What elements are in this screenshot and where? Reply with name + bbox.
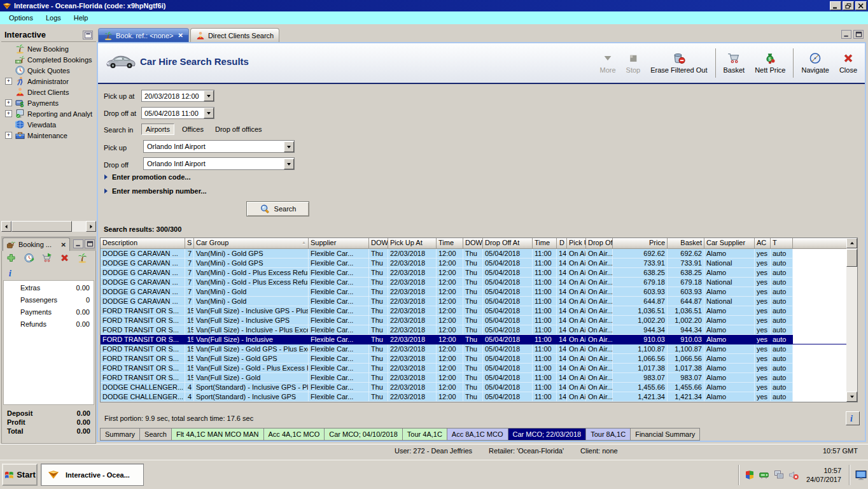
nett-price-button[interactable]: $Nett Price [750, 50, 790, 76]
column-header-time[interactable]: Time [437, 238, 463, 249]
info-button[interactable]: i [846, 411, 860, 425]
taskbar-clock[interactable]: 10:57 24/07/2017 [804, 466, 844, 484]
start-button[interactable]: Start [2, 464, 38, 486]
table-row[interactable]: FORD TRANSIT OR S...15Van(Full Size) - G… [101, 364, 848, 373]
searchin-option-airports[interactable]: Airports [141, 124, 174, 135]
column-header-pick-up-at[interactable]: Pick Up At [388, 238, 437, 249]
section-tab-tour-8a-1c[interactable]: Tour 8A,1C [586, 428, 631, 441]
sidebar-item-payments[interactable]: +$Payments [1, 97, 96, 108]
table-row[interactable]: DODGE CHALLENGER...4Sport(Standard) - In… [101, 383, 848, 392]
scrollbar-thumb[interactable] [846, 249, 857, 267]
add-plus-icon[interactable] [6, 253, 17, 263]
sidebar-item-direct-clients[interactable]: Direct Clients [1, 87, 96, 97]
pickup-at-field[interactable]: 20/03/2018 12:00 [141, 90, 214, 102]
erase-filtered-out-button[interactable]: Erase Filtered Out [645, 50, 712, 76]
booking-panel-maximize-button[interactable] [85, 239, 95, 248]
sidebar-item-completed-bookings[interactable]: Completed Bookings [1, 54, 96, 65]
show-desktop-icon[interactable] [855, 469, 867, 481]
window-minimize-button[interactable] [830, 1, 841, 10]
delete-x-icon[interactable] [59, 253, 70, 263]
table-row[interactable]: FORD TRANSIT OR S...15Van(Full Size) - G… [101, 354, 848, 364]
expand-plus-icon[interactable]: + [5, 99, 12, 106]
column-header-price[interactable]: Price [613, 238, 668, 249]
column-header-blank[interactable] [793, 238, 848, 249]
info-icon[interactable]: i [7, 267, 16, 278]
sidebar-item-new-booking[interactable]: New Booking [1, 43, 96, 54]
searchin-option-offices[interactable]: Offices [178, 124, 207, 134]
expand-plus-icon[interactable]: + [5, 110, 12, 117]
scroll-right-icon[interactable] [86, 221, 96, 232]
table-row[interactable]: FORD TRANSIT OR S...15Van(Full Size) - I… [101, 335, 848, 344]
table-row[interactable]: DODGE G CARAVAN ...7Van(Mini) - Gold GPS… [101, 259, 848, 268]
expand-plus-icon[interactable]: + [5, 78, 12, 85]
table-row[interactable]: FORD TRANSIT OR S...15Van(Full Size) - I… [101, 316, 848, 325]
sidebar-item-quick-quotes[interactable]: Quick Quotes [1, 65, 96, 76]
tab-book-ref-none[interactable]: Book. ref.: <none>✕ [98, 28, 189, 42]
quote-clock-icon[interactable] [24, 253, 34, 263]
column-header-basket[interactable]: Basket [668, 238, 704, 249]
section-tab-car-mco-04-10-2018[interactable]: Car MCO; 04/10/2018 [325, 428, 403, 441]
search-button[interactable]: Search [246, 201, 309, 216]
column-header-pick-up[interactable]: Pick Up [567, 238, 586, 249]
palm-tree-icon[interactable] [77, 253, 88, 263]
booking-panel-minimize-button[interactable] [73, 239, 83, 248]
table-row[interactable]: DODGE G CARAVAN ...7Van(Mini) - Gold - P… [101, 278, 848, 287]
window-close-button[interactable] [855, 1, 867, 10]
scrollbar-thumb[interactable] [11, 221, 72, 232]
dropdown-arrow-icon[interactable] [284, 141, 294, 152]
section-tab-tour-4a-1c[interactable]: Tour 4A,1C [403, 428, 447, 441]
cart-arrow-icon[interactable] [41, 253, 52, 263]
searchin-option-drop-off-offices[interactable]: Drop off offices [211, 124, 266, 134]
volume-muted-icon[interactable] [788, 470, 799, 480]
sidebar-item-administrator[interactable]: +Administrator [1, 76, 96, 87]
column-header-description[interactable]: Description [101, 238, 185, 249]
pickup-combo[interactable]: Orlando Intl Airport [143, 140, 295, 153]
network-computers-icon[interactable] [774, 470, 784, 480]
workspace-maximize-button[interactable] [853, 30, 864, 39]
table-row[interactable]: DODGE CHALLENGER...4Sport(Standard) - In… [101, 392, 848, 402]
section-tab-flt-4a-1c-man-mco-man[interactable]: Flt 4A,1C MAN MCO MAN [172, 428, 264, 441]
table-row[interactable]: DODGE G CARAVAN ...7Van(Mini) - Gold - P… [101, 268, 848, 278]
column-header-t[interactable]: T [771, 238, 793, 249]
workspace-minimize-button[interactable] [841, 30, 851, 39]
close-button[interactable]: Close [834, 50, 862, 76]
sidebar-item-maintenance[interactable]: +Maintenance [1, 130, 96, 141]
section-tab-summary[interactable]: Summary [100, 428, 140, 441]
column-header-car-supplier[interactable]: Car Supplier [704, 238, 755, 249]
sidebar-item-reporting-and-analyt[interactable]: +Reporting and Analyt [1, 108, 96, 119]
scroll-left-icon[interactable] [1, 221, 11, 232]
sidebar-item-viewdata[interactable]: Viewdata [1, 119, 96, 130]
table-row[interactable]: DODGE G CARAVAN ...7Van(Mini) - Gold GPS… [101, 249, 848, 259]
booking-panel-tab[interactable]: Booking ... ✕ [3, 237, 70, 251]
dropoff-combo[interactable]: Orlando Intl Airport [143, 157, 295, 170]
table-vertical-scrollbar[interactable] [846, 238, 857, 402]
booking-panel-close-icon[interactable]: ✕ [61, 241, 66, 248]
navigate-button[interactable]: Navigate [796, 50, 834, 76]
table-row[interactable]: FORD TRANSIT OR S...15Van(Full Size) - I… [101, 306, 848, 316]
expand-plus-icon[interactable]: + [5, 132, 12, 139]
antivirus-icon[interactable] [745, 470, 755, 480]
column-header-dow[interactable]: DOW [369, 238, 388, 249]
scroll-up-icon[interactable] [846, 238, 857, 248]
column-header-drop-off[interactable]: Drop Off [586, 238, 613, 249]
basket-button[interactable]: Basket [718, 50, 750, 76]
column-header-ac[interactable]: AC [755, 238, 771, 249]
section-tab-financial-summary[interactable]: Financial Summary [631, 428, 700, 441]
column-header-dow[interactable]: DOW [463, 238, 483, 249]
tab-close-icon[interactable]: ✕ [178, 32, 183, 39]
column-header-time[interactable]: Time [533, 238, 557, 249]
tab-direct-clients-search[interactable]: Direct Clients Search [190, 28, 279, 42]
tree-horizontal-scrollbar[interactable] [1, 221, 96, 232]
column-header-car-group[interactable]: Car Group▲ [194, 238, 309, 249]
sidebar-collapse-button[interactable] [83, 31, 93, 39]
membership-number-expander[interactable]: Enter membership number... [104, 187, 207, 195]
menu-logs[interactable]: Logs [39, 12, 67, 24]
scroll-down-icon[interactable] [846, 392, 857, 402]
dropdown-arrow-icon[interactable] [204, 90, 214, 101]
table-row[interactable]: DODGE G CARAVAN ...7Van(Mini) - GoldFlex… [101, 297, 848, 306]
column-header-s[interactable]: S [185, 238, 194, 249]
table-row[interactable]: FORD TRANSIT OR S...15Van(Full Size) - G… [101, 373, 848, 383]
menu-help[interactable]: Help [67, 12, 95, 24]
section-tab-car-mco-22-03-2018[interactable]: Car MCO; 22/03/2018 [508, 428, 587, 441]
column-header-drop-off-at[interactable]: Drop Off At [483, 238, 533, 249]
